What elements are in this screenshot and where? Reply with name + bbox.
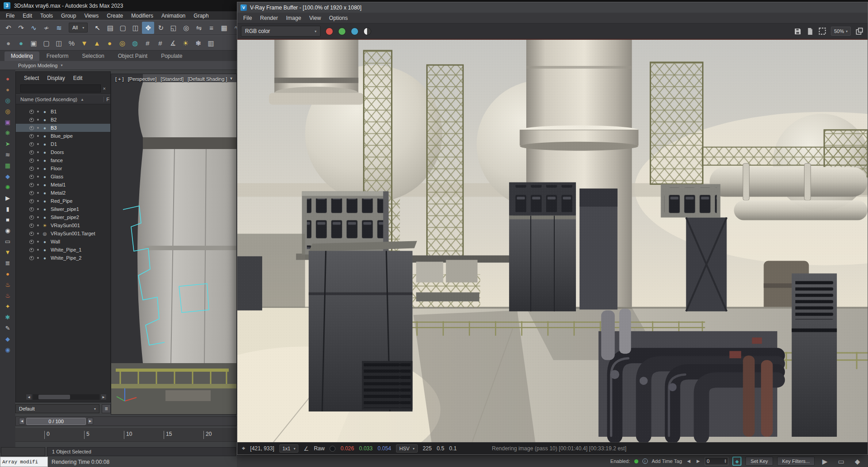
object-name[interactable]: Doors bbox=[51, 149, 64, 155]
clone-icon[interactable]: ▢ bbox=[40, 37, 52, 49]
menu-item[interactable]: Animation bbox=[157, 13, 189, 19]
green-channel-toggle-icon[interactable] bbox=[338, 28, 346, 35]
viewport-menu-chevron-icon[interactable]: ▼ bbox=[229, 76, 233, 81]
burst-green-icon[interactable]: ✺ bbox=[2, 182, 14, 192]
menu-item[interactable]: Edit bbox=[19, 13, 36, 19]
flame-red-icon[interactable]: ♨ bbox=[2, 290, 14, 301]
next-key-icon[interactable]: ► bbox=[695, 458, 701, 464]
torus-teal-icon[interactable]: ◎ bbox=[2, 95, 14, 106]
modifier-sets-icon[interactable]: ≡ bbox=[102, 404, 111, 413]
info-icon[interactable]: i bbox=[642, 458, 648, 464]
ring-teal-icon[interactable]: ◍ bbox=[129, 37, 141, 49]
snap-sphere-teal-icon[interactable]: ● bbox=[15, 37, 27, 49]
visibility-eye-icon[interactable] bbox=[29, 248, 34, 252]
circle-blue-icon[interactable]: ◉ bbox=[2, 345, 14, 355]
angle-snap-icon[interactable]: ∡ bbox=[167, 37, 179, 49]
explorer-row[interactable]: ● White_Pipe_2 bbox=[16, 254, 110, 262]
menu-item[interactable]: Create bbox=[103, 13, 127, 19]
object-name[interactable]: B2 bbox=[51, 117, 57, 122]
visibility-eye-icon[interactable] bbox=[29, 232, 34, 236]
ribbon-tab[interactable]: Freeform bbox=[40, 51, 75, 61]
snap-3d-icon[interactable]: # bbox=[154, 37, 166, 49]
spray-teal-icon[interactable]: ✱ bbox=[2, 312, 14, 322]
sphere-primitive-icon[interactable]: ● bbox=[104, 37, 116, 49]
rectangular-selection-icon[interactable]: ▢ bbox=[117, 22, 129, 34]
isolate-toggle-icon[interactable]: ◆ bbox=[851, 455, 863, 467]
color-space-dropdown[interactable]: HSV ▾ bbox=[396, 444, 418, 453]
menu-item[interactable]: Modifiers bbox=[127, 13, 157, 19]
visibility-eye-icon[interactable] bbox=[29, 118, 34, 122]
menu-item[interactable]: Group bbox=[57, 13, 80, 19]
donut-yellow-icon[interactable]: ◎ bbox=[2, 106, 14, 117]
explorer-row[interactable]: ◎ VRaySun001.Target bbox=[16, 229, 110, 238]
scroll-right-icon[interactable]: ► bbox=[100, 394, 107, 400]
history-compare-icon[interactable] bbox=[855, 27, 863, 35]
explorer-row[interactable]: ● B2 bbox=[16, 116, 110, 124]
box-tool-icon[interactable]: ▣ bbox=[28, 37, 40, 49]
waves-gray-icon[interactable]: ≋ bbox=[2, 149, 14, 160]
visibility-eye-icon[interactable] bbox=[29, 224, 34, 228]
ribbon-tab[interactable]: Populate bbox=[155, 51, 189, 61]
set-key-mode-icon[interactable]: ◆ bbox=[732, 457, 741, 466]
object-name[interactable]: D1 bbox=[51, 141, 57, 147]
pause-icon[interactable]: ▮ bbox=[2, 204, 14, 214]
object-name[interactable]: Wall bbox=[51, 239, 60, 244]
unlink-selection-icon[interactable]: ≁ bbox=[40, 22, 52, 34]
red-channel-toggle-icon[interactable] bbox=[326, 28, 333, 35]
tool-yellow-icon[interactable]: ✦ bbox=[2, 301, 14, 312]
previous-key-icon[interactable]: ◄ bbox=[686, 458, 692, 464]
key-filters-button[interactable]: Key Filters... bbox=[777, 457, 815, 466]
object-name[interactable]: White_Pipe_2 bbox=[51, 255, 82, 261]
box-purple-icon[interactable]: ▣ bbox=[2, 117, 14, 127]
foliage-green-icon[interactable]: ❋ bbox=[2, 128, 14, 138]
object-name[interactable]: Silwer_pipe2 bbox=[51, 215, 79, 220]
explorer-column-header[interactable]: Name (Sorted Ascending) ▲ F bbox=[16, 94, 110, 104]
explorer-row[interactable]: ● Doors bbox=[16, 148, 110, 156]
scrollbar-thumb[interactable] bbox=[38, 395, 71, 399]
visibility-eye-icon[interactable] bbox=[29, 134, 34, 138]
select-by-name-icon[interactable]: ▤ bbox=[104, 22, 116, 34]
clone-instance-icon[interactable]: ◫ bbox=[53, 37, 65, 49]
previous-frame-icon[interactable]: ◄ bbox=[19, 418, 25, 425]
explorer-row[interactable]: ● Silwer_pipe2 bbox=[16, 213, 110, 221]
sphere-brown-icon[interactable]: ● bbox=[2, 84, 14, 95]
object-name[interactable]: Red_Pipe bbox=[51, 198, 72, 204]
visibility-eye-icon[interactable] bbox=[29, 207, 34, 211]
bind-to-space-warp-icon[interactable]: ≋ bbox=[53, 22, 65, 34]
viewport-renderer-menu[interactable]: [Standard] bbox=[160, 76, 184, 82]
object-name[interactable]: Metal2 bbox=[51, 190, 66, 196]
visibility-eye-icon[interactable] bbox=[29, 159, 34, 163]
next-frame-icon[interactable]: ► bbox=[87, 418, 93, 425]
object-name[interactable]: Glass bbox=[51, 174, 63, 179]
visibility-eye-icon[interactable] bbox=[29, 110, 34, 114]
use-center-icon[interactable]: ◎ bbox=[180, 22, 192, 34]
explorer-row[interactable]: ● B3 bbox=[16, 124, 110, 132]
render-canvas[interactable] bbox=[237, 39, 868, 442]
track-bar[interactable]: 05101520 bbox=[15, 427, 237, 442]
scrollbar-track[interactable] bbox=[33, 394, 99, 400]
select-object-icon[interactable]: ↖ bbox=[91, 22, 104, 34]
undo-icon[interactable]: ↶ bbox=[2, 22, 14, 34]
menu-item[interactable]: File bbox=[239, 15, 256, 21]
stop-icon[interactable]: ■ bbox=[2, 215, 14, 225]
explorer-menu-item[interactable]: Display bbox=[43, 75, 68, 81]
modifier-preset-dropdown[interactable]: Default ▾ bbox=[15, 404, 99, 413]
window-crossing-icon[interactable]: ◫ bbox=[129, 22, 142, 34]
snap-sphere-icon[interactable]: ● bbox=[2, 37, 14, 49]
viewport-shading-menu[interactable]: [Default Shading ] bbox=[188, 76, 227, 82]
object-name[interactable]: Blue_pipe bbox=[51, 133, 73, 139]
play-animation-icon[interactable]: ▶ bbox=[819, 455, 831, 467]
explorer-menu-item[interactable]: Edit bbox=[70, 75, 86, 81]
viewport-plus-menu[interactable]: [ + ] bbox=[115, 76, 124, 82]
menu-item[interactable]: File bbox=[2, 13, 19, 19]
menu-item[interactable]: Tools bbox=[36, 13, 57, 19]
explorer-row[interactable]: ● Red_Pipe bbox=[16, 197, 110, 205]
graph-tool-icon[interactable]: ▥ bbox=[205, 37, 217, 49]
pixel-ratio-dropdown[interactable]: 1x1 ▾ bbox=[279, 444, 299, 453]
snap-2d-icon[interactable]: # bbox=[142, 37, 154, 49]
visibility-eye-icon[interactable] bbox=[29, 126, 34, 130]
scene-explorer-toggle-icon[interactable]: ▦ bbox=[218, 22, 230, 34]
brush-gray-icon[interactable]: ✎ bbox=[2, 323, 14, 333]
explorer-menu-item[interactable]: Select bbox=[20, 75, 42, 81]
menu-item[interactable]: Image bbox=[282, 15, 305, 21]
